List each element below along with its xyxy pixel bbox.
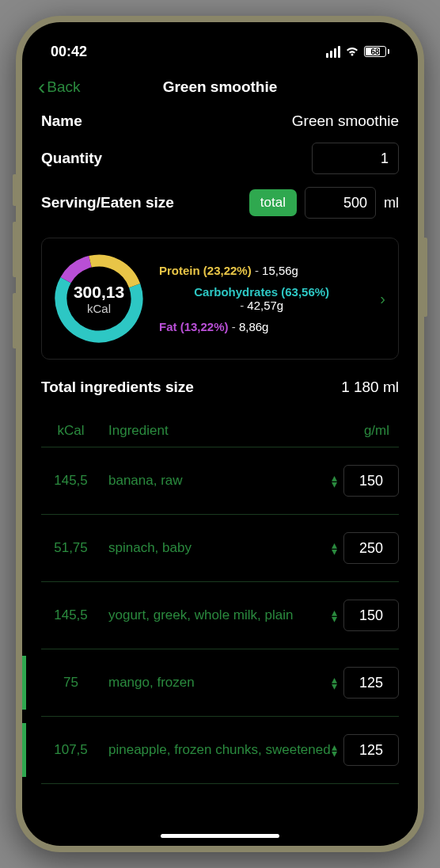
status-time: 00:42 <box>51 44 87 60</box>
back-label: Back <box>47 78 80 96</box>
ingredient-name: mango, frozen <box>101 674 332 691</box>
page-title: Green smoothie <box>163 78 278 96</box>
name-label: Name <box>41 112 82 130</box>
name-row: Name Green smoothie <box>41 112 399 130</box>
mute-switch <box>13 174 17 206</box>
ingredient-amount-input[interactable] <box>343 667 399 699</box>
ingredient-kcal: 145,5 <box>41 473 101 489</box>
ingredient-kcal: 51,75 <box>41 540 101 556</box>
serving-row: Serving/Eaten size total ml <box>41 187 399 219</box>
total-ingredients-row: Total ingredients size 1 180 ml <box>41 379 399 396</box>
volume-up <box>13 222 17 277</box>
ingredient-row[interactable]: 107,5pineapple, frozen chunks, sweetened… <box>41 717 399 784</box>
name-value: Green smoothie <box>292 112 399 130</box>
amount-stepper[interactable]: ▴▾ <box>332 542 337 555</box>
ingredient-row[interactable]: 75mango, frozen▴▾ <box>41 649 399 717</box>
quantity-input[interactable] <box>312 143 399 174</box>
donut-kcal-label: kCal <box>87 302 111 315</box>
status-icons: 68 <box>326 46 389 58</box>
ingredient-amount-input[interactable] <box>343 600 399 631</box>
header-kcal: kCal <box>41 423 101 439</box>
ingredient-row[interactable]: 145,5banana, raw▴▾ <box>41 447 399 515</box>
ingredient-amount-input[interactable] <box>343 734 399 766</box>
wifi-icon <box>345 46 359 57</box>
ingredients-list: 145,5banana, raw▴▾51,75spinach, baby▴▾14… <box>41 447 399 784</box>
ingredient-amount-input[interactable] <box>343 465 399 497</box>
volume-down <box>13 293 17 348</box>
amount-stepper[interactable]: ▴▾ <box>332 676 337 690</box>
donut-kcal-value: 300,13 <box>74 283 124 302</box>
macro-legend: Protein (23,22%) - 15,56g Carbohydrates … <box>159 264 364 333</box>
fat-line: Fat (13,22%) - 8,86g <box>159 320 364 333</box>
amount-stepper[interactable]: ▴▾ <box>332 744 337 757</box>
power-button <box>423 238 427 317</box>
battery-icon: 68 <box>364 46 389 57</box>
ingredients-table-header: kCal Ingredient g/ml <box>41 415 399 447</box>
dynamic-island <box>161 40 279 67</box>
ingredient-name: banana, raw <box>101 472 332 489</box>
screen: 00:42 68 ‹ Back Green smoothie Name Gree… <box>22 22 418 846</box>
protein-line: Protein (23,22%) - 15,56g <box>159 264 364 277</box>
macro-donut-chart: 300,13 kCal <box>51 251 146 346</box>
ingredient-row[interactable]: 51,75spinach, baby▴▾ <box>41 515 399 582</box>
ingredient-name: pineapple, frozen chunks, sweetened <box>101 741 332 759</box>
serving-unit: ml <box>384 195 399 211</box>
serving-label: Serving/Eaten size <box>41 194 241 211</box>
ingredient-kcal: 107,5 <box>41 742 101 758</box>
nav-header: ‹ Back Green smoothie <box>22 68 418 112</box>
serving-mode-button[interactable]: total <box>249 189 297 216</box>
ingredient-name: yogurt, greek, whole milk, plain <box>101 607 332 624</box>
carbs-line: Carbohydrates (63,56%) - 42,57g <box>159 285 364 312</box>
ingredient-kcal: 75 <box>41 675 101 691</box>
header-gml: g/ml <box>320 423 399 439</box>
home-indicator[interactable] <box>161 834 279 838</box>
phone-frame: 00:42 68 ‹ Back Green smoothie Name Gree… <box>16 16 424 852</box>
chevron-right-icon: › <box>377 290 389 308</box>
quantity-label: Quantity <box>41 150 102 167</box>
amount-stepper[interactable]: ▴▾ <box>332 609 337 622</box>
serving-input[interactable] <box>305 187 376 219</box>
total-ingredients-value: 1 180 ml <box>341 379 399 396</box>
back-button[interactable]: ‹ Back <box>38 76 81 98</box>
header-ingredient: Ingredient <box>101 423 320 439</box>
content: Name Green smoothie Quantity Serving/Eat… <box>22 112 418 784</box>
signal-icon <box>326 46 340 58</box>
total-ingredients-label: Total ingredients size <box>41 379 194 396</box>
chevron-left-icon: ‹ <box>38 76 45 98</box>
ingredient-amount-input[interactable] <box>343 532 399 564</box>
amount-stepper[interactable]: ▴▾ <box>332 474 337 488</box>
ingredient-kcal: 145,5 <box>41 607 101 623</box>
ingredient-name: spinach, baby <box>101 539 332 557</box>
ingredient-row[interactable]: 145,5yogurt, greek, whole milk, plain▴▾ <box>41 582 399 649</box>
macro-card[interactable]: 300,13 kCal Protein (23,22%) - 15,56g Ca… <box>41 238 399 360</box>
quantity-row: Quantity <box>41 143 399 174</box>
